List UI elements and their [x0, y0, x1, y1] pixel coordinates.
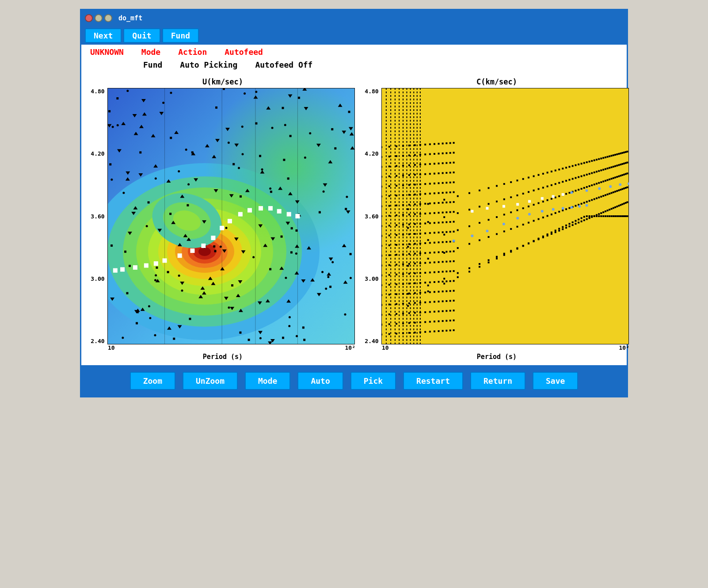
left-chart-container: U(km/sec) 4.80 4.20 3.60 3.00 2.40 10 10… [90, 77, 355, 361]
next-button[interactable]: Next [85, 28, 122, 43]
save-button[interactable]: Save [533, 372, 578, 390]
left-y-3.00: 3.00 [91, 275, 104, 282]
minimize-button[interactable] [95, 14, 103, 22]
left-chart-canvas[interactable] [107, 88, 355, 344]
autofeed-label: Autofeed [225, 47, 263, 57]
app-window: do_mft Next Quit Fund UNKNOWN Mode Actio… [80, 9, 628, 397]
right-chart-xlabel: Period (s) [477, 353, 517, 361]
left-chart-xlabel: Period (s) [203, 353, 243, 361]
close-button[interactable] [85, 14, 93, 22]
right-chart-title: C(km/sec) [476, 77, 517, 86]
right-y-4.20: 4.20 [365, 150, 378, 157]
bottom-toolbar: Zoom UnZoom Mode Auto Pick Restart Retur… [81, 365, 627, 396]
title-bar-buttons [85, 14, 112, 22]
left-y-4.80: 4.80 [91, 88, 104, 95]
zoom-button[interactable]: Zoom [130, 372, 175, 390]
unknown-label: UNKNOWN [90, 47, 124, 57]
right-chart-canvas[interactable] [381, 88, 629, 344]
status-row: UNKNOWN Mode Action Autofeed [81, 45, 627, 59]
action-label: Action [178, 47, 207, 57]
left-y-3.60: 3.60 [91, 213, 104, 220]
action-value: Auto Picking [180, 60, 237, 69]
right-x-10: 10 [382, 344, 389, 351]
fund-button[interactable]: Fund [162, 28, 199, 43]
right-chart-container: C(km/sec) 4.80 4.20 3.60 3.00 2.40 10 10… [364, 77, 629, 361]
return-button[interactable]: Return [470, 372, 525, 390]
mode-value: Fund [143, 60, 162, 69]
left-chart-title: U(km/sec) [202, 77, 243, 86]
unzoom-button[interactable]: UnZoom [183, 372, 238, 390]
quit-button[interactable]: Quit [123, 28, 160, 43]
autofeed-value: Autofeed Off [255, 60, 312, 69]
menu-bar: Next Quit Fund [81, 26, 627, 45]
right-y-3.00: 3.00 [365, 275, 378, 282]
charts-row: U(km/sec) 4.80 4.20 3.60 3.00 2.40 10 10… [81, 73, 627, 365]
right-y-2.40: 2.40 [365, 338, 378, 344]
title-bar: do_mft [81, 10, 627, 26]
mode-label: Mode [141, 47, 160, 57]
restart-button[interactable]: Restart [403, 372, 463, 390]
right-y-4.80: 4.80 [365, 88, 378, 95]
status-values-row: Fund Auto Picking Autofeed Off [81, 59, 627, 73]
left-y-2.40: 2.40 [91, 338, 104, 344]
left-x-10: 10 [108, 344, 115, 351]
right-x-100: 10² [619, 344, 629, 351]
window-title: do_mft [118, 14, 142, 22]
maximize-button[interactable] [104, 14, 112, 22]
left-x-100: 10² [345, 344, 355, 351]
auto-button[interactable]: Auto [297, 372, 343, 390]
left-y-4.20: 4.20 [91, 150, 104, 157]
pick-button[interactable]: Pick [350, 372, 396, 390]
right-y-3.60: 3.60 [365, 213, 378, 220]
mode-button[interactable]: Mode [245, 372, 290, 390]
